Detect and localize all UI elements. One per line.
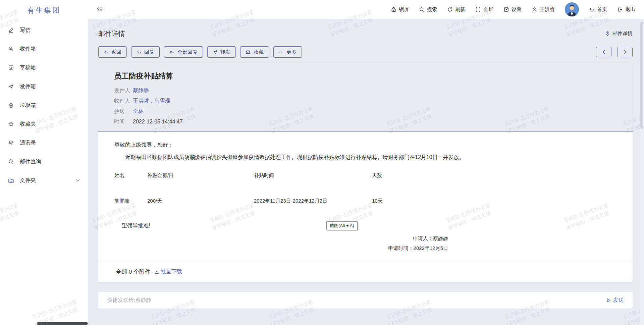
screenshot-tooltip: 截图(Alt + A) [326,221,358,230]
sidebar-item-label: 通讯录 [20,140,36,147]
undo-arrow-icon [589,7,595,12]
cc-value[interactable]: 全林 [133,106,144,116]
main-area: 锁屏 搜索 刷新 全屏 设置 [88,0,644,325]
sidebar-item-sent[interactable]: 发件箱 [0,77,88,96]
page-header: 邮件详情 邮件详情 [98,19,633,38]
sidebar-item-label: 写信 [20,27,31,34]
back-button[interactable]: 返回 [98,46,127,58]
ellipsis-icon [279,50,284,55]
from-value[interactable]: 蔡静静 [133,85,149,96]
lock-icon [391,7,396,12]
fullscreen-button[interactable]: 全屏 [475,6,493,13]
mail-paragraph: 近期福田区数据团队成员胡鹏濠被抽调沙头街道参加疫情数据处理工作。现根据防疫补贴标… [114,153,617,161]
user-avatar[interactable] [565,2,579,16]
cell-amount: 200/天 [147,182,254,220]
sidebar-item-label: 草稿箱 [20,64,36,71]
breadcrumb: 邮件详情 [605,31,633,37]
back-label: 返回 [111,49,121,55]
time-value: 2022-12-05 14:44:47 [133,116,183,127]
cell-period: 2022年11月23日-2022年12月2日 [254,182,372,220]
sidebar-item-mail-search[interactable]: 邮件查询 [0,152,88,171]
attachments-row: 全部 0 个附件 批量下载 [98,261,633,282]
mail-star-icon [246,50,251,55]
send-label: 发送 [613,297,624,304]
person-icon [532,7,537,12]
breadcrumb-label: 邮件详情 [612,31,633,37]
sidebar-item-trash[interactable]: 垃圾箱 [0,96,88,115]
quick-send-input[interactable]: 快捷发送给:蔡静静 [107,297,151,304]
reply-icon [137,50,142,55]
prev-mail-button[interactable] [596,47,611,57]
reply-all-icon [169,50,175,55]
applicant-line: 申请人：蔡静静 [114,233,448,243]
attachments-summary: 全部 0 个附件 [116,268,151,276]
forward-plane-icon [213,50,218,55]
reply-button[interactable]: 回复 [131,46,160,58]
app-window: 有生集团 写信 收件箱 草稿箱 发件箱 垃圾箱 收藏夹 通讯录 [0,0,644,325]
sidebar: 有生集团 写信 收件箱 草稿箱 发件箱 垃圾箱 收藏夹 通讯录 [0,0,88,325]
apply-date-line: 申请时间：2022年12月5日 [114,243,448,253]
horizontal-scrollbar-thumb[interactable] [37,322,88,325]
paper-plane-icon [8,84,14,90]
cc-label: 抄送 [114,106,133,116]
mail-subject: 员工防疫补贴结算 [114,71,619,81]
time-label: 时间 [114,116,133,127]
batch-download-button[interactable]: 批量下载 [155,268,182,275]
vertical-scrollbar-thumb[interactable] [640,21,643,129]
home-label: 首页 [597,6,607,13]
folder-plus-icon [8,177,14,183]
mail-closing: 望领导批准! [122,222,617,229]
sidebar-item-inbox[interactable]: 收件箱 [0,40,88,58]
next-mail-button[interactable] [617,47,633,57]
search-button[interactable]: 搜索 [419,6,437,13]
forward-label: 转发 [220,49,230,55]
star-icon [8,121,14,127]
sidebar-item-label: 收藏夹 [20,121,36,128]
fullscreen-label: 全屏 [483,6,493,13]
home-button[interactable]: 首页 [589,6,607,13]
refresh-button[interactable]: 刷新 [447,6,465,13]
edit-square-icon [503,7,509,12]
page-title: 邮件详情 [98,29,125,38]
mail-pager [596,47,633,57]
forward-button[interactable]: 转发 [207,46,236,58]
to-value[interactable]: 王洪哲，马雪瑶 [133,96,170,106]
fullscreen-icon [475,7,481,12]
mail-time-row: 时间 2022-12-05 14:44:47 [114,116,619,127]
sidebar-item-label: 垃圾箱 [20,102,36,109]
collapse-sidebar-icon[interactable] [97,6,103,12]
sidebar-item-label: 文件夹 [20,177,36,184]
sidebar-item-favorites[interactable]: 收藏夹 [0,115,88,133]
more-label: 更多 [286,49,297,55]
vertical-scrollbar[interactable] [640,19,644,325]
mail-detail-card: 员工防疫补贴结算 发件人 蔡静静 收件人 王洪哲，马雪瑶 抄送 全林 时间 [98,63,633,282]
favorite-button[interactable]: 收藏 [240,46,269,58]
inbox-person-icon [8,46,14,52]
reply-all-button[interactable]: 全部回复 [164,46,203,58]
search-icon [419,7,425,12]
settings-label: 设置 [512,6,522,13]
lock-screen-label: 锁屏 [399,6,409,13]
reply-label: 回复 [144,49,154,55]
logout-button[interactable]: 退出 [617,6,635,13]
company-logo: 有生集团 [0,0,88,21]
col-header-name: 姓名 [114,169,147,182]
sidebar-item-drafts[interactable]: 草稿箱 [0,58,88,77]
sidebar-item-contacts[interactable]: 通讯录 [0,133,88,152]
settings-button[interactable]: 设置 [503,6,522,13]
current-user[interactable]: 王洪哲 [532,6,555,13]
draft-icon [8,65,14,71]
col-header-days: 天数 [372,169,416,182]
lock-screen-button[interactable]: 锁屏 [391,6,409,13]
send-button[interactable]: 发送 [606,297,624,304]
logout-icon [617,7,623,12]
topbar-actions: 锁屏 搜索 刷新 全屏 设置 [391,2,635,16]
topbar: 锁屏 搜索 刷新 全屏 设置 [88,0,644,19]
sidebar-item-folders[interactable]: 文件夹 [0,171,88,190]
mail-to-row: 收件人 王洪哲，马雪瑶 [114,96,619,106]
location-pin-icon [605,31,610,36]
col-header-amount: 补贴金额/日 [147,169,254,182]
sidebar-item-compose[interactable]: 写信 [0,21,88,40]
to-label: 收件人 [114,96,133,106]
more-button[interactable]: 更多 [273,46,302,58]
